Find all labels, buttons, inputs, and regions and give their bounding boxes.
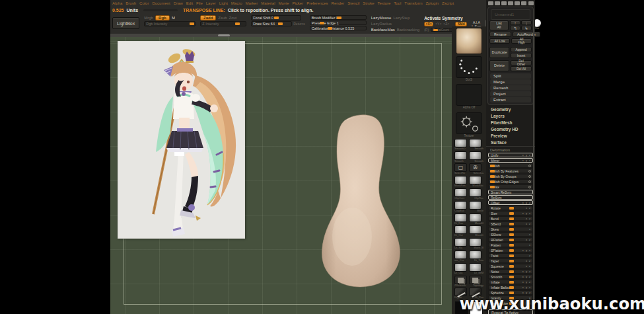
deform-rotate[interactable]: Rotatex z <box>488 206 533 210</box>
brush-thumb-claybuil[interactable] <box>454 201 467 210</box>
slider-handle[interactable] <box>490 170 495 173</box>
rgb-toggle[interactable]: Rgb <box>155 15 170 20</box>
m-toggle[interactable]: M <box>172 16 175 20</box>
section-layers[interactable]: Layers <box>486 112 535 119</box>
slider-handle[interactable] <box>509 260 514 262</box>
duplicate-button[interactable]: Duplicate <box>489 47 509 58</box>
axis-toggles[interactable]: x y z <box>522 212 531 215</box>
move-down-button[interactable]: ↓ <box>521 20 532 25</box>
current-alpha-thumb[interactable] <box>456 84 482 106</box>
backtracking-toggle[interactable]: Backtracking <box>397 28 419 32</box>
brush-thumb-topology[interactable] <box>469 276 482 284</box>
deform-mirror[interactable]: Mirrorx y z <box>488 158 533 163</box>
menu-item-color[interactable]: Color <box>139 1 149 7</box>
current-texture-thumb[interactable] <box>456 112 482 134</box>
axis-toggles[interactable]: x z <box>526 207 531 210</box>
deform-rflatten[interactable]: RFlattenx z <box>488 237 533 242</box>
shuffle-down-button[interactable]: ↳ <box>521 26 532 30</box>
deform-flatten[interactable]: Flattenx <box>488 243 533 247</box>
autoreorder-button[interactable]: AutoReorder <box>513 32 540 37</box>
axis-toggles[interactable]: x y z <box>522 276 531 278</box>
deform-offset[interactable]: Offsetx y z <box>488 200 533 205</box>
axis-toggles[interactable]: x y z <box>522 281 531 284</box>
zcut-toggle[interactable]: Zcut <box>229 16 237 20</box>
all-low-button[interactable]: All Low <box>489 38 510 44</box>
slider-handle[interactable] <box>509 217 514 220</box>
slider-handle[interactable] <box>509 286 514 289</box>
menu-item-marker[interactable]: Marker <box>245 1 258 7</box>
brush-thumb-zremesh[interactable] <box>454 276 467 284</box>
deform-taper[interactable]: Taperx z <box>488 258 533 263</box>
preserve-edge-slider[interactable]: Preserve Edge 1 <box>310 20 367 25</box>
axis-toggles[interactable]: x y z <box>522 249 531 252</box>
polish-mode-toggle[interactable] <box>528 170 531 173</box>
deform-smart-resym[interactable]: Smart ReSym <box>488 190 533 194</box>
deform-sskew[interactable]: SSkewx <box>488 232 533 237</box>
menu-item-layer[interactable]: Layer <box>206 1 216 7</box>
symmetry-x-toggle[interactable]: >X< <box>424 22 433 26</box>
focal-shift-slider[interactable]: Focal Shift 0 <box>251 15 301 20</box>
deform-polish[interactable]: Polish <box>488 163 533 168</box>
brush-thumb-moveel[interactable] <box>469 214 482 222</box>
axis-toggles[interactable]: x <box>529 228 531 231</box>
z-intensity-slider[interactable]: Z Intensity <box>200 21 246 26</box>
deform-skew[interactable]: Skewx <box>488 227 533 231</box>
del-other-button[interactable]: Del Other <box>511 60 532 65</box>
corner-icon[interactable] <box>528 1 534 5</box>
brush-thumb-move[interactable] <box>469 201 482 210</box>
rename-button[interactable]: Rename <box>489 32 511 37</box>
zsub-toggle[interactable]: Zsub <box>218 16 227 20</box>
polish-mode-toggle[interactable] <box>528 175 531 178</box>
axis-toggles[interactable]: x z <box>526 223 531 225</box>
slider-handle[interactable] <box>509 207 514 210</box>
lightbox-button[interactable]: LightBox <box>112 17 139 29</box>
brush-modifier-slider[interactable]: Brush Modifier 0 <box>310 15 367 20</box>
slider-handle[interactable] <box>490 165 495 167</box>
axis-toggles[interactable]: x y z <box>522 159 531 162</box>
merge-button[interactable]: Merge <box>490 79 531 85</box>
deform-noise[interactable]: Noisex y z <box>488 269 533 274</box>
menu-item-stencil[interactable]: Stencil <box>347 1 359 7</box>
section-surface[interactable]: Surface <box>486 139 535 145</box>
current-stroke-thumb[interactable] <box>456 56 482 78</box>
slider-handle[interactable] <box>509 249 514 252</box>
slider-handle[interactable] <box>509 276 514 278</box>
menu-item-stroke[interactable]: Stroke <box>363 1 374 7</box>
menu-item-transform[interactable]: Transform <box>404 1 422 7</box>
deform-inflate[interactable]: Inflatex y z <box>488 280 533 284</box>
returns-label[interactable]: Returns <box>293 22 305 26</box>
axis-toggles[interactable]: x z <box>526 265 531 268</box>
section-geometry-hd[interactable]: Geometry HD <box>486 126 535 132</box>
lazyradius-slider[interactable]: LazyRadius <box>371 22 392 26</box>
deform-polish-crisp-edges[interactable]: Polish Crisp Edges <box>488 179 533 184</box>
doc-icon[interactable] <box>508 1 513 5</box>
subtool-list-item[interactable]: Unnamed1 <box>491 9 530 20</box>
lazystep-slider[interactable]: LazyStep <box>393 16 410 20</box>
axis-toggles[interactable]: x y z <box>522 202 531 204</box>
dots-icon[interactable] <box>521 1 526 5</box>
eye-icon[interactable] <box>501 1 507 5</box>
menu-item-material[interactable]: Material <box>261 1 275 7</box>
deform-size[interactable]: Sizex y z <box>488 211 533 216</box>
deform-unify[interactable]: Unifyx y z <box>488 153 533 157</box>
brush-thumb-smoothd[interactable] <box>454 139 467 147</box>
slider-handle[interactable] <box>509 212 514 215</box>
slider-handle[interactable] <box>509 265 514 268</box>
all-high-button[interactable]: All High <box>511 38 532 44</box>
symmetry-y-toggle[interactable]: >Y< <box>435 22 441 26</box>
deform-squeeze[interactable]: Squeezex z <box>488 264 533 268</box>
menu-item-alpha[interactable]: Alpha <box>112 1 122 7</box>
polish-mode-toggle[interactable] <box>528 186 531 188</box>
axis-toggles[interactable]: x y z <box>522 270 531 273</box>
menu-item-texture[interactable]: Texture <box>378 1 391 7</box>
menu-item-document[interactable]: Document <box>152 1 170 7</box>
shuffle-up-button[interactable]: ↰ <box>510 26 520 30</box>
deform-resym[interactable]: ReSym <box>488 195 533 200</box>
zadd-toggle[interactable]: Zadd <box>200 15 216 20</box>
list-all-button[interactable]: List All <box>489 20 509 30</box>
axis-toggles[interactable]: x y z <box>522 154 531 157</box>
slider-handle[interactable] <box>490 186 495 188</box>
radial-toggle[interactable]: (R) <box>424 28 429 32</box>
axis-toggles[interactable]: x z <box>526 217 531 220</box>
remesh-button[interactable]: Remesh <box>490 85 531 91</box>
